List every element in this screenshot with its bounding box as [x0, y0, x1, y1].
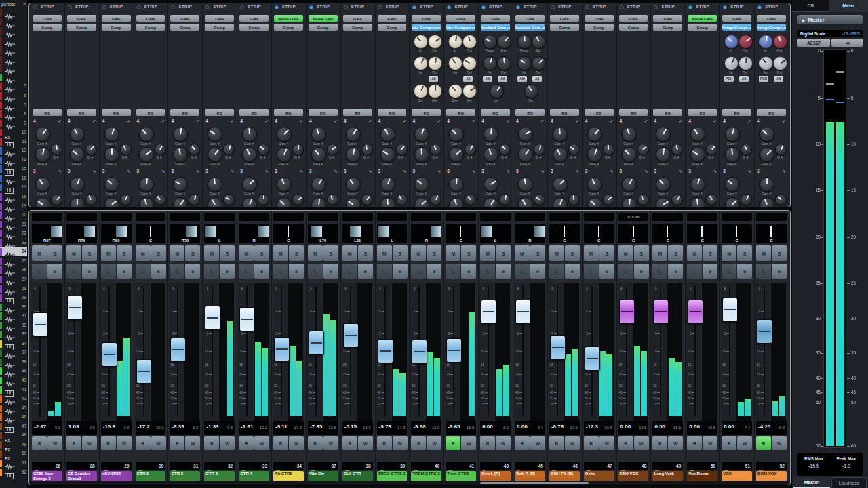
- channel-name-cell[interactable]: Oohs: [584, 471, 614, 481]
- eq-freq3-knob[interactable]: [414, 197, 429, 207]
- eq-gain3-knob[interactable]: [173, 177, 188, 192]
- eq-q4-knob[interactable]: [534, 144, 545, 155]
- gate-slot-button[interactable]: Gate: [205, 15, 234, 22]
- sidebar-track-row[interactable]: 34: [0, 340, 27, 348]
- eq-band4-check-icon[interactable]: ✓: [265, 119, 269, 124]
- eq-gain4-knob[interactable]: [553, 127, 568, 142]
- eq-section-button[interactable]: EQ: [688, 109, 717, 116]
- listen-button[interactable]: L: [239, 264, 254, 279]
- automation-write-button[interactable]: W: [82, 436, 97, 450]
- comp-slot-button[interactable]: Standard Com..or: [515, 24, 545, 30]
- eq-band3-shape-icon[interactable]: ∿: [644, 169, 648, 174]
- automation-read-button[interactable]: R: [136, 436, 151, 450]
- comp-slot-button[interactable]: Comp: [274, 24, 303, 30]
- sidebar-track-row[interactable]: 13: [0, 146, 27, 155]
- eq-q4-knob[interactable]: [637, 144, 649, 155]
- eq-q4-knob[interactable]: [155, 144, 166, 155]
- eq-band3-shape-icon[interactable]: ∿: [334, 169, 337, 174]
- sidebar-track-row[interactable]: 22: [0, 229, 27, 238]
- solo-button[interactable]: S: [358, 245, 373, 261]
- comp-slot-button[interactable]: Comp: [136, 24, 165, 30]
- eq-band3-shape-icon[interactable]: ∿: [403, 169, 406, 174]
- eq-band4-check-icon[interactable]: ✓: [231, 119, 234, 124]
- fader-handle[interactable]: [481, 300, 496, 324]
- pan-control[interactable]: C: [687, 224, 717, 243]
- eq-q3-knob[interactable]: [671, 194, 683, 205]
- sidebar-track-row[interactable]: 30: [0, 303, 27, 312]
- eq-q3-knob[interactable]: [223, 194, 235, 205]
- eq-freq4-knob[interactable]: [690, 147, 705, 162]
- eq-band3-shape-icon[interactable]: ∿: [92, 169, 96, 174]
- fader-handle[interactable]: [136, 359, 152, 384]
- eq-section-button[interactable]: EQ: [33, 109, 62, 116]
- sidebar-track-row[interactable]: 52: [0, 468, 27, 477]
- eq-gain3-knob[interactable]: [725, 177, 740, 192]
- edit-channel-button[interactable]: e: [82, 264, 97, 279]
- channel-name-cell[interactable]: TREM GTRS 1: [377, 471, 408, 481]
- automation-write-button[interactable]: W: [461, 436, 476, 450]
- eq-q3-knob[interactable]: [465, 194, 476, 205]
- comp-option-button[interactable]: PCH: [759, 76, 768, 82]
- eq-q3-knob[interactable]: [568, 194, 580, 205]
- automation-write-button[interactable]: W: [565, 436, 580, 450]
- automation-read-button[interactable]: R: [722, 436, 736, 450]
- eq-freq4-knob[interactable]: [277, 147, 292, 162]
- comp-knob-rel[interactable]: [773, 56, 787, 70]
- solo-button[interactable]: S: [530, 245, 545, 261]
- pan-control[interactable]: C: [549, 224, 580, 243]
- comp-option-button[interactable]: All: [463, 76, 473, 82]
- listen-button[interactable]: L: [342, 264, 357, 279]
- automation-write-button[interactable]: W: [668, 436, 683, 450]
- eq-band4-check-icon[interactable]: ✓: [679, 119, 682, 124]
- sidebar-track-row[interactable]: 51: [0, 459, 27, 468]
- solo-button[interactable]: S: [289, 245, 304, 261]
- comp-option-button[interactable]: All: [498, 76, 507, 82]
- gate-slot-button[interactable]: Gate: [585, 15, 614, 22]
- listen-button[interactable]: L: [204, 264, 219, 279]
- eq-freq4-knob[interactable]: [346, 147, 361, 162]
- gate-slot-button[interactable]: Gate: [550, 15, 579, 22]
- eq-section-button[interactable]: EQ: [274, 109, 303, 116]
- edit-channel-button[interactable]: e: [220, 264, 235, 279]
- automation-write-button[interactable]: W: [358, 436, 373, 450]
- listen-button[interactable]: L: [480, 264, 495, 279]
- automation-write-button[interactable]: W: [772, 436, 787, 450]
- gate-slot-button[interactable]: Gate: [757, 15, 786, 22]
- eq-q3-knob[interactable]: [499, 194, 511, 205]
- mute-button[interactable]: M: [446, 245, 460, 261]
- eq-band4-check-icon[interactable]: ✓: [507, 119, 510, 124]
- listen-button[interactable]: L: [618, 264, 633, 279]
- eq-section-button[interactable]: EQ: [378, 109, 407, 116]
- mute-button[interactable]: M: [618, 245, 633, 261]
- sidebar-track-row[interactable]: 41: [0, 386, 27, 394]
- listen-button[interactable]: L: [32, 264, 47, 279]
- eq-q4-knob[interactable]: [396, 144, 408, 155]
- sidebar-track-row[interactable]: [0, 27, 27, 36]
- comp-option-button[interactable]: All: [532, 76, 542, 82]
- sidebar-track-row[interactable]: FX 48: [0, 431, 27, 440]
- comp-knob-out[interactable]: [738, 35, 753, 49]
- channel-name-cell[interactable]: 2290 VOX: [618, 471, 649, 481]
- comp-option-button[interactable]: PCH: [724, 76, 734, 82]
- eq-gain3-knob[interactable]: [346, 177, 361, 192]
- eq-freq3-knob[interactable]: [449, 197, 464, 207]
- eq-q3-knob[interactable]: [741, 194, 752, 205]
- eq-section-button[interactable]: EQ: [343, 109, 372, 116]
- solo-button[interactable]: S: [496, 245, 511, 261]
- gate-slot-button[interactable]: Gate: [412, 15, 441, 22]
- level-value-cell[interactable]: -9.76 -14.3: [377, 421, 408, 435]
- eq-q4-knob[interactable]: [741, 144, 752, 155]
- eq-freq4-knob[interactable]: [35, 147, 50, 162]
- listen-button[interactable]: L: [756, 264, 771, 279]
- eq-band4-check-icon[interactable]: ✓: [610, 119, 613, 124]
- eq-band3-shape-icon[interactable]: ∿: [299, 169, 302, 174]
- eq-band4-check-icon[interactable]: ✓: [92, 119, 96, 124]
- solo-button[interactable]: S: [254, 245, 269, 261]
- eq-band4-check-icon[interactable]: ✓: [540, 119, 544, 124]
- automation-write-button[interactable]: W: [151, 436, 166, 450]
- eq-freq3-knob[interactable]: [208, 197, 222, 207]
- solo-button[interactable]: S: [634, 245, 649, 261]
- channel-name-cell[interactable]: DOM VOX: [756, 471, 787, 481]
- eq-q4-knob[interactable]: [85, 144, 97, 155]
- channel-name-cell[interactable]: Ooh L (R): [480, 471, 511, 481]
